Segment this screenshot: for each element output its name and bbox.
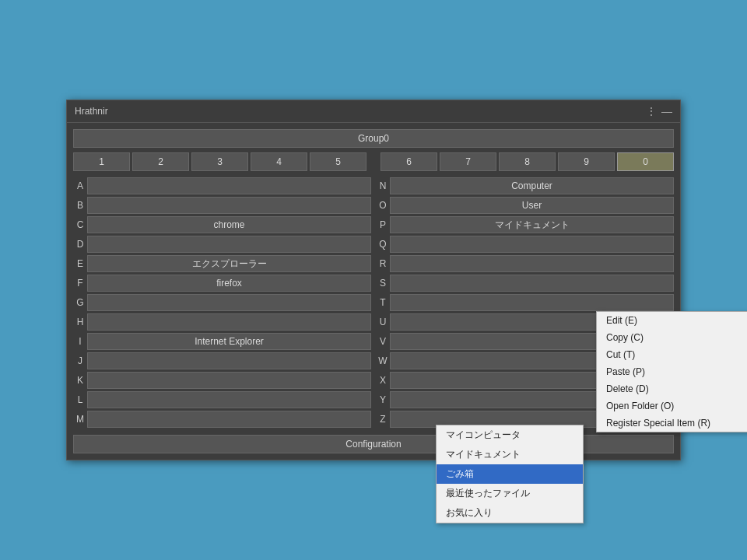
tab-9[interactable]: 9 — [558, 152, 615, 171]
ctx-item-Edit--E-[interactable]: Edit (E)Ctrl+E — [597, 312, 747, 329]
row-input-c[interactable] — [87, 216, 371, 233]
tab-7[interactable]: 7 — [440, 152, 496, 171]
row-label-d: D — [73, 239, 87, 250]
ctx-item-マイドキュメント[interactable]: マイドキュメント — [437, 445, 583, 464]
left-row-g: G — [73, 294, 371, 311]
right-row-n: N — [376, 177, 674, 194]
minimize-icon[interactable]: — — [661, 105, 672, 117]
row-label-e: E — [73, 258, 87, 269]
row-label-g: G — [73, 297, 87, 308]
left-row-j: J — [73, 352, 371, 369]
ctx-item-label: Open Folder (O) — [606, 401, 674, 411]
tab-3[interactable]: 3 — [191, 152, 248, 171]
row-input-k[interactable] — [87, 372, 371, 389]
right-row-q: Q — [376, 236, 674, 253]
ctx-item-Open-Folder--O-[interactable]: Open Folder (O)Ctrl+O — [597, 397, 747, 415]
row-input-h[interactable] — [87, 313, 371, 331]
ctx-item-Paste--P-[interactable]: Paste (P)Ctrl+V — [597, 363, 747, 380]
group-button[interactable]: Group0 — [73, 129, 674, 148]
row-label-m: M — [73, 414, 87, 425]
row-input-j[interactable] — [87, 352, 371, 369]
row-label-h: H — [73, 317, 87, 327]
ctx-item-Cut--T-[interactable]: Cut (T)Ctrl+X — [597, 346, 747, 363]
row-input-o[interactable] — [390, 197, 674, 214]
left-column: A B C D E F G H I J K L M — [73, 177, 371, 430]
tab-1[interactable]: 1 — [73, 152, 130, 171]
right-row-p: P — [376, 216, 674, 233]
row-input-d[interactable] — [87, 236, 371, 253]
row-label-i: I — [73, 336, 87, 347]
row-input-e[interactable] — [87, 255, 371, 272]
right-row-o: O — [376, 197, 674, 214]
row-label-j: J — [73, 355, 87, 366]
row-input-m[interactable] — [87, 411, 371, 428]
ctx-item-ごみ箱[interactable]: ごみ箱 — [437, 464, 583, 484]
tab-5[interactable]: 5 — [310, 152, 366, 171]
ctx-item-お気に入り[interactable]: お気に入り — [437, 503, 583, 523]
tab-8[interactable]: 8 — [499, 152, 556, 171]
row-input-a[interactable] — [87, 177, 371, 194]
row-input-g[interactable] — [87, 294, 371, 311]
ctx-item-最近使ったファイル[interactable]: 最近使ったファイル — [437, 484, 583, 503]
row-label-z: Z — [376, 414, 390, 425]
left-row-b: B — [73, 197, 371, 214]
row-label-f: F — [73, 278, 87, 289]
left-row-e: E — [73, 255, 371, 272]
row-label-k: K — [73, 375, 87, 386]
row-input-n[interactable] — [390, 177, 674, 194]
row-label-q: Q — [376, 239, 390, 250]
main-window: Hrathnir ⋮ — Group0 1 2 3 4 5 6 7 8 9 0 — [66, 100, 681, 460]
tab-4[interactable]: 4 — [251, 152, 307, 171]
tab-2[interactable]: 2 — [132, 152, 189, 171]
info-icon[interactable]: ⋮ — [646, 105, 657, 117]
row-input-l[interactable] — [87, 391, 371, 408]
left-row-m: M — [73, 411, 371, 428]
title-bar: Hrathnir ⋮ — — [67, 100, 680, 123]
ctx-item-Copy--C-[interactable]: Copy (C)Ctrl+C — [597, 329, 747, 346]
row-label-v: V — [376, 336, 390, 347]
ctx-item-label: Edit (E) — [606, 315, 637, 326]
row-input-p[interactable] — [390, 216, 674, 233]
row-input-q[interactable] — [390, 236, 674, 253]
left-row-k: K — [73, 372, 371, 389]
ctx-item-label: Cut (T) — [606, 349, 635, 360]
title-bar-controls: ⋮ — — [646, 105, 672, 117]
row-input-s[interactable] — [390, 275, 674, 292]
ctx-item-label: Copy (C) — [606, 332, 644, 343]
left-row-c: C — [73, 216, 371, 233]
ctx-item-label: Paste (P) — [606, 366, 645, 377]
row-label-r: R — [376, 258, 390, 269]
row-input-r[interactable] — [390, 255, 674, 272]
ctx-item-label: Delete (D) — [606, 383, 649, 394]
row-label-u: U — [376, 317, 390, 327]
ctx-item-マイコンピュータ[interactable]: マイコンピュータ — [437, 425, 583, 445]
tab-6[interactable]: 6 — [381, 152, 437, 171]
context-menu-special-items: マイコンピュータマイドキュメントごみ箱最近使ったファイルお気に入り — [436, 425, 584, 523]
row-label-p: P — [376, 219, 390, 230]
right-row-t: T — [376, 294, 674, 311]
left-row-f: F — [73, 275, 371, 292]
row-input-i[interactable] — [87, 333, 371, 350]
left-row-l: L — [73, 391, 371, 408]
main-grid: A B C D E F G H I J K L M N — [73, 177, 674, 430]
row-label-w: W — [376, 355, 390, 366]
tab-row: 1 2 3 4 5 6 7 8 9 0 — [73, 152, 674, 171]
row-label-o: O — [376, 200, 390, 211]
context-menu-main: Edit (E)Ctrl+ECopy (C)Ctrl+CCut (T)Ctrl+… — [596, 311, 747, 432]
row-label-t: T — [376, 297, 390, 308]
row-input-t[interactable] — [390, 294, 674, 311]
left-row-d: D — [73, 236, 371, 253]
window-title: Hrathnir — [75, 106, 108, 117]
row-input-b[interactable] — [87, 197, 371, 214]
right-row-s: S — [376, 275, 674, 292]
row-label-y: Y — [376, 394, 390, 405]
row-label-l: L — [73, 394, 87, 405]
left-row-h: H — [73, 313, 371, 331]
left-row-a: A — [73, 177, 371, 194]
row-label-c: C — [73, 219, 87, 230]
config-button[interactable]: Configuration — [73, 435, 674, 453]
ctx-item-Register-Special-Item--R-[interactable]: Register Special Item (R)▶ — [597, 415, 747, 432]
row-input-f[interactable] — [87, 275, 371, 292]
tab-0[interactable]: 0 — [617, 152, 674, 171]
ctx-item-Delete--D-[interactable]: Delete (D)Ctrl+D — [597, 380, 747, 397]
